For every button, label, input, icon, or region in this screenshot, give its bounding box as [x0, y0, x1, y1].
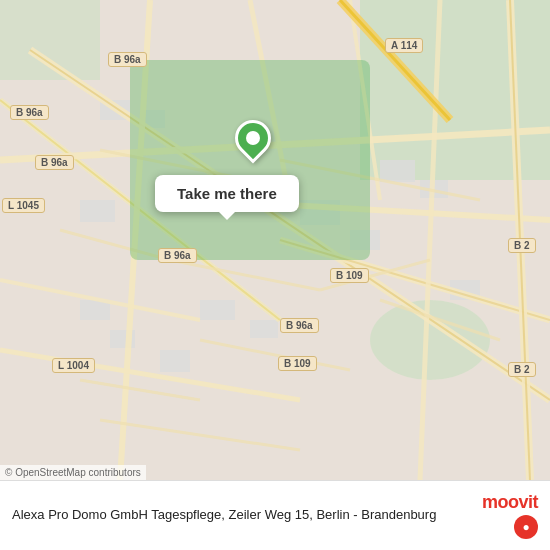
moovit-dot-icon: ● — [514, 515, 538, 539]
road-label-b109-1: B 109 — [330, 268, 369, 283]
address-text: Alexa Pro Domo GmbH Tagespflege, Zeiler … — [12, 506, 472, 524]
moovit-text: moovit — [482, 492, 538, 513]
road-label-b2-2: B 2 — [508, 362, 536, 377]
svg-rect-6 — [80, 200, 115, 222]
road-label-b2-1: B 2 — [508, 238, 536, 253]
svg-rect-10 — [250, 320, 278, 338]
svg-rect-1 — [360, 0, 550, 180]
road-label-b96a-4: B 96a — [280, 318, 319, 333]
svg-point-3 — [370, 300, 490, 380]
map-container: B 96a B 96a B 96a B 96a B 96a A 114 B 10… — [0, 0, 550, 480]
road-label-l1045: L 1045 — [2, 198, 45, 213]
osm-attribution: © OpenStreetMap contributors — [0, 465, 146, 480]
take-me-there-button[interactable]: Take me there — [155, 175, 299, 212]
map-pin — [235, 120, 271, 156]
info-bar: Alexa Pro Domo GmbH Tagespflege, Zeiler … — [0, 480, 550, 550]
road-label-b96a-2: B 96a — [35, 155, 74, 170]
road-label-l1004: L 1004 — [52, 358, 95, 373]
road-label-b96a-5: B 96a — [10, 105, 49, 120]
road-label-b96a-1: B 96a — [108, 52, 147, 67]
svg-rect-13 — [160, 350, 190, 372]
svg-rect-9 — [200, 300, 235, 320]
road-label-b109-2: B 109 — [278, 356, 317, 371]
popup-label: Take me there — [177, 185, 277, 202]
svg-rect-14 — [380, 160, 415, 182]
road-label-a114: A 114 — [385, 38, 423, 53]
moovit-logo: moovit ● — [482, 492, 538, 539]
road-label-b96a-3: B 96a — [158, 248, 197, 263]
